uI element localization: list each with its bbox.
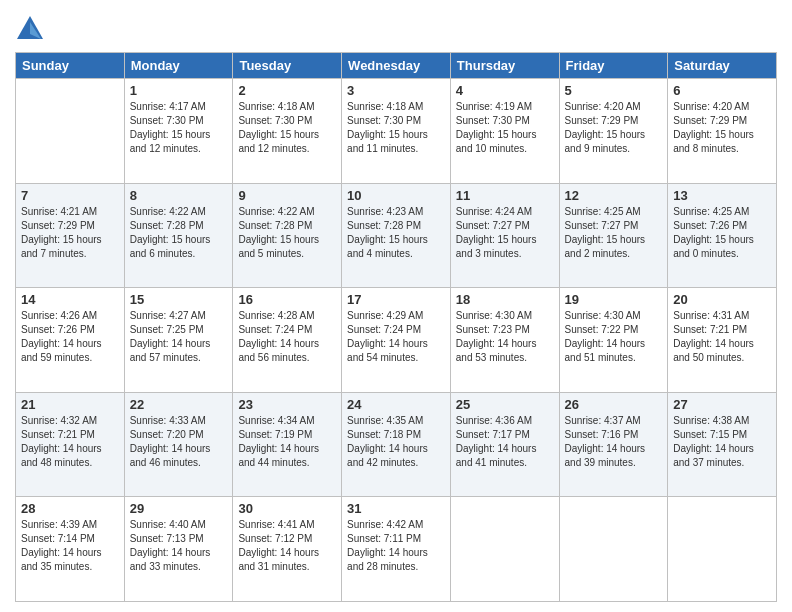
day-info: Sunrise: 4:34 AM Sunset: 7:19 PM Dayligh…: [238, 414, 336, 470]
day-info: Sunrise: 4:29 AM Sunset: 7:24 PM Dayligh…: [347, 309, 445, 365]
header: [15, 10, 777, 44]
day-number: 26: [565, 397, 663, 412]
day-number: 1: [130, 83, 228, 98]
calendar-week-row: 14Sunrise: 4:26 AM Sunset: 7:26 PM Dayli…: [16, 288, 777, 393]
calendar-week-row: 1Sunrise: 4:17 AM Sunset: 7:30 PM Daylig…: [16, 79, 777, 184]
day-number: 23: [238, 397, 336, 412]
day-number: 10: [347, 188, 445, 203]
day-number: 6: [673, 83, 771, 98]
day-info: Sunrise: 4:41 AM Sunset: 7:12 PM Dayligh…: [238, 518, 336, 574]
day-number: 29: [130, 501, 228, 516]
logo-icon: [15, 14, 45, 44]
calendar-cell: 13Sunrise: 4:25 AM Sunset: 7:26 PM Dayli…: [668, 183, 777, 288]
day-info: Sunrise: 4:17 AM Sunset: 7:30 PM Dayligh…: [130, 100, 228, 156]
calendar-cell: 6Sunrise: 4:20 AM Sunset: 7:29 PM Daylig…: [668, 79, 777, 184]
calendar-cell: 30Sunrise: 4:41 AM Sunset: 7:12 PM Dayli…: [233, 497, 342, 602]
day-info: Sunrise: 4:24 AM Sunset: 7:27 PM Dayligh…: [456, 205, 554, 261]
calendar-cell: [450, 497, 559, 602]
calendar-cell: 14Sunrise: 4:26 AM Sunset: 7:26 PM Dayli…: [16, 288, 125, 393]
day-info: Sunrise: 4:21 AM Sunset: 7:29 PM Dayligh…: [21, 205, 119, 261]
calendar-cell: 21Sunrise: 4:32 AM Sunset: 7:21 PM Dayli…: [16, 392, 125, 497]
day-number: 3: [347, 83, 445, 98]
calendar-cell: 8Sunrise: 4:22 AM Sunset: 7:28 PM Daylig…: [124, 183, 233, 288]
weekday-header: Sunday: [16, 53, 125, 79]
calendar-cell: 2Sunrise: 4:18 AM Sunset: 7:30 PM Daylig…: [233, 79, 342, 184]
day-number: 22: [130, 397, 228, 412]
day-info: Sunrise: 4:25 AM Sunset: 7:26 PM Dayligh…: [673, 205, 771, 261]
day-number: 19: [565, 292, 663, 307]
calendar-cell: 3Sunrise: 4:18 AM Sunset: 7:30 PM Daylig…: [342, 79, 451, 184]
weekday-header: Monday: [124, 53, 233, 79]
weekday-header: Friday: [559, 53, 668, 79]
day-number: 20: [673, 292, 771, 307]
calendar-cell: 1Sunrise: 4:17 AM Sunset: 7:30 PM Daylig…: [124, 79, 233, 184]
calendar-cell: [559, 497, 668, 602]
calendar-cell: 27Sunrise: 4:38 AM Sunset: 7:15 PM Dayli…: [668, 392, 777, 497]
calendar-table: SundayMondayTuesdayWednesdayThursdayFrid…: [15, 52, 777, 602]
day-number: 5: [565, 83, 663, 98]
calendar-cell: 17Sunrise: 4:29 AM Sunset: 7:24 PM Dayli…: [342, 288, 451, 393]
day-number: 4: [456, 83, 554, 98]
day-number: 21: [21, 397, 119, 412]
calendar-cell: 10Sunrise: 4:23 AM Sunset: 7:28 PM Dayli…: [342, 183, 451, 288]
day-info: Sunrise: 4:26 AM Sunset: 7:26 PM Dayligh…: [21, 309, 119, 365]
day-info: Sunrise: 4:40 AM Sunset: 7:13 PM Dayligh…: [130, 518, 228, 574]
weekday-header: Saturday: [668, 53, 777, 79]
page: SundayMondayTuesdayWednesdayThursdayFrid…: [0, 0, 792, 612]
calendar-cell: 18Sunrise: 4:30 AM Sunset: 7:23 PM Dayli…: [450, 288, 559, 393]
day-info: Sunrise: 4:18 AM Sunset: 7:30 PM Dayligh…: [347, 100, 445, 156]
day-info: Sunrise: 4:25 AM Sunset: 7:27 PM Dayligh…: [565, 205, 663, 261]
day-number: 27: [673, 397, 771, 412]
day-number: 7: [21, 188, 119, 203]
day-info: Sunrise: 4:19 AM Sunset: 7:30 PM Dayligh…: [456, 100, 554, 156]
day-info: Sunrise: 4:32 AM Sunset: 7:21 PM Dayligh…: [21, 414, 119, 470]
calendar-cell: [16, 79, 125, 184]
day-info: Sunrise: 4:33 AM Sunset: 7:20 PM Dayligh…: [130, 414, 228, 470]
day-info: Sunrise: 4:22 AM Sunset: 7:28 PM Dayligh…: [130, 205, 228, 261]
weekday-header: Wednesday: [342, 53, 451, 79]
calendar-cell: 15Sunrise: 4:27 AM Sunset: 7:25 PM Dayli…: [124, 288, 233, 393]
calendar-cell: 22Sunrise: 4:33 AM Sunset: 7:20 PM Dayli…: [124, 392, 233, 497]
day-info: Sunrise: 4:20 AM Sunset: 7:29 PM Dayligh…: [673, 100, 771, 156]
calendar-cell: 5Sunrise: 4:20 AM Sunset: 7:29 PM Daylig…: [559, 79, 668, 184]
calendar-week-row: 21Sunrise: 4:32 AM Sunset: 7:21 PM Dayli…: [16, 392, 777, 497]
weekday-header: Tuesday: [233, 53, 342, 79]
day-info: Sunrise: 4:38 AM Sunset: 7:15 PM Dayligh…: [673, 414, 771, 470]
logo: [15, 14, 49, 44]
day-info: Sunrise: 4:30 AM Sunset: 7:23 PM Dayligh…: [456, 309, 554, 365]
calendar-cell: 12Sunrise: 4:25 AM Sunset: 7:27 PM Dayli…: [559, 183, 668, 288]
calendar-cell: [668, 497, 777, 602]
calendar-week-row: 28Sunrise: 4:39 AM Sunset: 7:14 PM Dayli…: [16, 497, 777, 602]
day-info: Sunrise: 4:18 AM Sunset: 7:30 PM Dayligh…: [238, 100, 336, 156]
day-info: Sunrise: 4:28 AM Sunset: 7:24 PM Dayligh…: [238, 309, 336, 365]
day-number: 11: [456, 188, 554, 203]
day-info: Sunrise: 4:42 AM Sunset: 7:11 PM Dayligh…: [347, 518, 445, 574]
weekday-header: Thursday: [450, 53, 559, 79]
day-number: 13: [673, 188, 771, 203]
day-info: Sunrise: 4:27 AM Sunset: 7:25 PM Dayligh…: [130, 309, 228, 365]
day-number: 12: [565, 188, 663, 203]
day-number: 18: [456, 292, 554, 307]
day-info: Sunrise: 4:39 AM Sunset: 7:14 PM Dayligh…: [21, 518, 119, 574]
day-number: 28: [21, 501, 119, 516]
day-number: 15: [130, 292, 228, 307]
day-number: 31: [347, 501, 445, 516]
calendar-cell: 4Sunrise: 4:19 AM Sunset: 7:30 PM Daylig…: [450, 79, 559, 184]
calendar-cell: 7Sunrise: 4:21 AM Sunset: 7:29 PM Daylig…: [16, 183, 125, 288]
day-number: 24: [347, 397, 445, 412]
calendar-cell: 11Sunrise: 4:24 AM Sunset: 7:27 PM Dayli…: [450, 183, 559, 288]
calendar-cell: 26Sunrise: 4:37 AM Sunset: 7:16 PM Dayli…: [559, 392, 668, 497]
calendar-cell: 28Sunrise: 4:39 AM Sunset: 7:14 PM Dayli…: [16, 497, 125, 602]
calendar-cell: 23Sunrise: 4:34 AM Sunset: 7:19 PM Dayli…: [233, 392, 342, 497]
day-info: Sunrise: 4:37 AM Sunset: 7:16 PM Dayligh…: [565, 414, 663, 470]
day-info: Sunrise: 4:35 AM Sunset: 7:18 PM Dayligh…: [347, 414, 445, 470]
day-info: Sunrise: 4:20 AM Sunset: 7:29 PM Dayligh…: [565, 100, 663, 156]
calendar-cell: 24Sunrise: 4:35 AM Sunset: 7:18 PM Dayli…: [342, 392, 451, 497]
calendar-header-row: SundayMondayTuesdayWednesdayThursdayFrid…: [16, 53, 777, 79]
day-info: Sunrise: 4:36 AM Sunset: 7:17 PM Dayligh…: [456, 414, 554, 470]
calendar-week-row: 7Sunrise: 4:21 AM Sunset: 7:29 PM Daylig…: [16, 183, 777, 288]
day-info: Sunrise: 4:23 AM Sunset: 7:28 PM Dayligh…: [347, 205, 445, 261]
day-number: 2: [238, 83, 336, 98]
calendar-cell: 19Sunrise: 4:30 AM Sunset: 7:22 PM Dayli…: [559, 288, 668, 393]
day-number: 25: [456, 397, 554, 412]
